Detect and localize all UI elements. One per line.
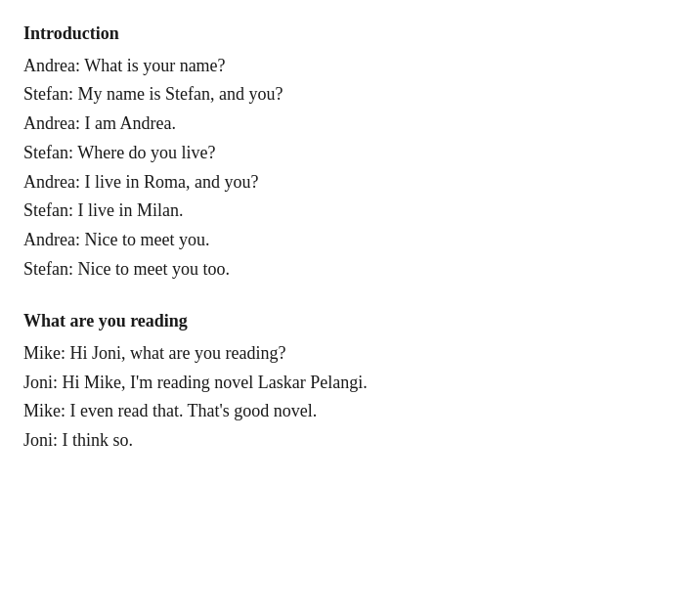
section-introduction: IntroductionAndrea: What is your name?St…	[23, 20, 674, 284]
dialogue-line: Joni: I think so.	[23, 426, 674, 456]
section-what-are-you-reading: What are you readingMike: Hi Joni, what …	[23, 307, 674, 456]
dialogue-line: Stefan: My name is Stefan, and you?	[23, 80, 674, 110]
dialogue-line: Mike: Hi Joni, what are you reading?	[23, 339, 674, 369]
dialogue-line: Stefan: I live in Milan.	[23, 197, 674, 226]
dialogue-line: Stefan: Where do you live?	[23, 139, 674, 168]
dialogue-line: Andrea: I live in Roma, and you?	[23, 168, 674, 198]
dialogue-line: Andrea: Nice to meet you.	[23, 226, 674, 255]
page-content: IntroductionAndrea: What is your name?St…	[23, 20, 674, 456]
dialogue-line: Stefan: Nice to meet you too.	[23, 255, 674, 285]
dialogue-line: Andrea: What is your name?	[23, 52, 674, 81]
dialogue-line: Mike: I even read that. That's good nove…	[23, 397, 674, 426]
dialogue-line: Joni: Hi Mike, I'm reading novel Laskar …	[23, 369, 674, 398]
section-title-introduction: Introduction	[23, 20, 674, 48]
section-title-what-are-you-reading: What are you reading	[23, 307, 674, 335]
dialogue-line: Andrea: I am Andrea.	[23, 110, 674, 139]
